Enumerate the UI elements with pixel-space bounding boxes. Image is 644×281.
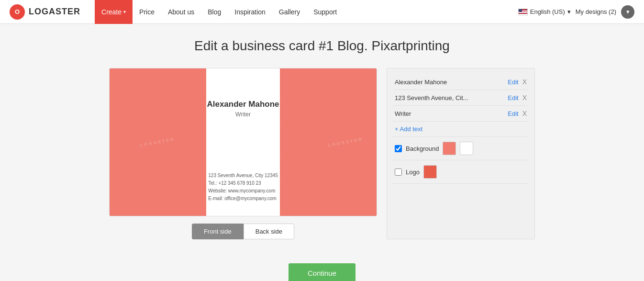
user-avatar[interactable]: ▾ [621,5,634,19]
nav-item-about[interactable]: About us [161,0,201,24]
page-title: Edit a business card #1 Blog. Pixartprin… [19,38,625,54]
logo-label: Logo [406,169,420,176]
chevron-down-icon: ▾ [567,8,571,15]
flag-icon [518,9,528,15]
text-item-jobtitle: Writer Edit X [393,106,529,122]
background-label: Background [406,145,439,152]
logo[interactable]: O LOGASTER [10,4,80,20]
background-checkbox[interactable] [395,145,402,152]
chevron-down-icon: ▾ [123,9,126,14]
bottom-area: Continue [0,254,644,281]
card-contact: 123 Seventh Avenue, City 12345 Tel.: +12… [208,172,278,202]
nav-menu: Create ▾ Price About us Blog Inspiration… [95,0,344,24]
card-side-buttons: Front side Back side [192,224,294,239]
editor-area: LOGASTER LOGASTER LOGASTER Alexander Mah… [19,68,625,239]
background-color-white[interactable] [460,142,473,155]
nav-item-price[interactable]: Price [133,0,161,24]
logo-section: Logo [393,160,529,184]
text-item-name: Alexander Mahone Edit X [393,74,529,90]
nav-item-create[interactable]: Create ▾ [95,0,133,24]
text-item-address: 123 Seventh Avenue, Cit... Edit X [393,90,529,106]
close-address-button[interactable]: X [522,94,527,101]
logo-icon: O [10,4,25,20]
continue-button[interactable]: Continue [289,263,355,281]
text-item-label-jobtitle: Writer [395,110,508,117]
back-side-button[interactable]: Back side [244,224,294,239]
navbar-right: English (US) ▾ My designs (2) ▾ [518,5,634,19]
logo-checkbox[interactable] [395,169,402,176]
card-email: E-mail: office@mycompany.com [208,195,278,202]
card-name-area: Alexander Mahone Writer [110,100,377,118]
card-tel: Tel.: +12 345 678 910 23 [208,180,278,187]
nav-item-support[interactable]: Support [307,0,344,24]
background-color-salmon[interactable] [443,142,456,155]
main-content: Edit a business card #1 Blog. Pixartprin… [0,24,644,254]
navbar: O LOGASTER Create ▾ Price About us Blog … [0,0,644,24]
edit-name-link[interactable]: Edit [508,79,518,86]
logo-text: LOGASTER [29,7,80,17]
edit-address-link[interactable]: Edit [508,94,518,101]
my-designs-link[interactable]: My designs (2) [576,8,616,15]
edit-jobtitle-link[interactable]: Edit [508,110,518,117]
add-text-button[interactable]: + Add text [393,122,529,137]
card-preview: LOGASTER LOGASTER LOGASTER Alexander Mah… [109,68,377,216]
card-address: 123 Seventh Avenue, City 12345 [208,172,278,180]
front-side-button[interactable]: Front side [192,224,244,239]
card-preview-container: LOGASTER LOGASTER LOGASTER Alexander Mah… [109,68,377,239]
nav-item-blog[interactable]: Blog [201,0,228,24]
card-job-title: Writer [110,111,377,118]
logo-color-swatch[interactable] [423,165,437,179]
right-panel: Alexander Mahone Edit X 123 Seventh Aven… [387,68,535,239]
card-name: Alexander Mahone [110,100,377,109]
nav-item-gallery[interactable]: Gallery [272,0,307,24]
nav-item-inspiration[interactable]: Inspiration [228,0,272,24]
card-website: Website: www.mycompany.com [208,187,278,195]
background-section: Background [393,137,529,160]
text-item-label-address: 123 Seventh Avenue, Cit... [395,94,508,101]
text-item-label-name: Alexander Mahone [395,79,508,86]
close-jobtitle-button[interactable]: X [522,110,527,117]
close-name-button[interactable]: X [522,78,527,86]
language-selector[interactable]: English (US) ▾ [518,8,571,15]
